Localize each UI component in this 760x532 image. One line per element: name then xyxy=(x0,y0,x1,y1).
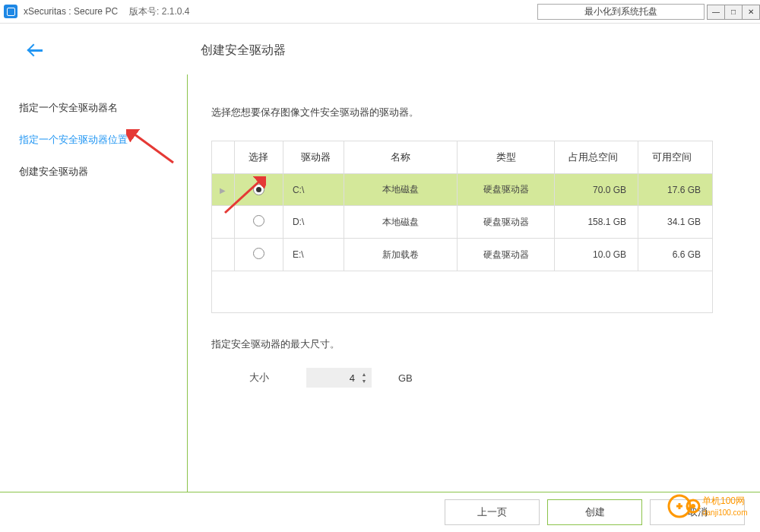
row-indicator-icon: ▶ xyxy=(220,186,226,195)
type-cell: 硬盘驱动器 xyxy=(458,206,555,239)
total-cell: 158.1 GB xyxy=(555,206,638,239)
footer: 上一页 创建 取消 xyxy=(0,492,760,532)
page-title: 创建安全驱动器 xyxy=(201,43,286,59)
name-cell: 新加载卷 xyxy=(344,239,458,271)
table-row[interactable]: ▶ C:\ 本地磁盘 硬盘驱动器 70.0 GB 17.6 GB xyxy=(212,174,713,206)
table-header-row: 选择 驱动器 名称 类型 占用总空间 可用空间 xyxy=(212,141,713,174)
col-select: 选择 xyxy=(234,141,283,174)
drive-select-radio[interactable] xyxy=(253,215,264,226)
drive-cell: D:\ xyxy=(283,206,344,239)
version-label: 版本号: 2.1.0.4 xyxy=(129,5,189,18)
drive-cell: E:\ xyxy=(283,239,344,271)
back-button[interactable] xyxy=(23,37,49,63)
drive-select-radio[interactable] xyxy=(253,184,264,195)
cancel-button[interactable]: 取消 xyxy=(650,499,745,525)
col-available: 可用空间 xyxy=(638,141,713,174)
available-cell: 6.6 GB xyxy=(638,239,713,271)
stepper-down-icon[interactable]: ▼ xyxy=(359,378,369,385)
available-cell: 17.6 GB xyxy=(638,174,713,206)
sidebar-step-create[interactable]: 创建安全驱动器 xyxy=(19,156,187,188)
total-cell: 10.0 GB xyxy=(555,239,638,271)
app-icon xyxy=(4,5,17,18)
title-bar: xSecuritas : Secure PC 版本号: 2.1.0.4 最小化到… xyxy=(0,0,760,24)
total-cell: 70.0 GB xyxy=(555,174,638,206)
back-arrow-icon xyxy=(27,41,45,59)
sidebar-step-name[interactable]: 指定一个安全驱动器名 xyxy=(19,92,187,124)
minimize-to-tray-button[interactable]: 最小化到系统托盘 xyxy=(537,4,705,20)
size-caption: 大小 xyxy=(249,371,280,385)
type-cell: 硬盘驱动器 xyxy=(458,174,555,206)
col-drive: 驱动器 xyxy=(283,141,344,174)
col-indicator xyxy=(212,141,235,174)
col-name: 名称 xyxy=(344,141,458,174)
col-type: 类型 xyxy=(458,141,555,174)
stepper-up-icon[interactable]: ▲ xyxy=(359,371,369,378)
available-cell: 34.1 GB xyxy=(638,206,713,239)
wizard-sidebar: 指定一个安全驱动器名 指定一个安全驱动器位置 创建安全驱动器 xyxy=(0,77,187,492)
size-unit: GB xyxy=(398,372,413,384)
type-cell: 硬盘驱动器 xyxy=(458,239,555,271)
drive-cell: C:\ xyxy=(283,174,344,206)
create-button[interactable]: 创建 xyxy=(547,499,642,525)
prev-button[interactable]: 上一页 xyxy=(445,499,540,525)
size-section: 指定安全驱动器的最大尺寸。 大小 4 ▲ ▼ GB xyxy=(211,337,737,388)
minimize-button[interactable]: — xyxy=(707,5,725,20)
name-cell: 本地磁盘 xyxy=(344,206,458,239)
description-text: 选择您想要保存图像文件安全驱动器的驱动器。 xyxy=(211,106,737,119)
col-total: 占用总空间 xyxy=(555,141,638,174)
sidebar-step-location[interactable]: 指定一个安全驱动器位置 xyxy=(19,124,187,156)
drive-table: 选择 驱动器 名称 类型 占用总空间 可用空间 ▶ C:\ 本地磁盘 硬盘驱动器… xyxy=(211,141,713,313)
maximize-button[interactable]: □ xyxy=(724,5,743,20)
main-panel: 选择您想要保存图像文件安全驱动器的驱动器。 选择 驱动器 名称 类型 占用总空间… xyxy=(187,77,760,492)
size-stepper[interactable]: 4 ▲ ▼ xyxy=(306,368,372,388)
name-cell: 本地磁盘 xyxy=(344,174,458,206)
size-value: 4 xyxy=(350,372,355,384)
drive-select-radio[interactable] xyxy=(253,248,264,259)
table-row[interactable]: D:\ 本地磁盘 硬盘驱动器 158.1 GB 34.1 GB xyxy=(212,206,713,239)
toolbar: 创建安全驱动器 xyxy=(0,24,760,77)
close-button[interactable]: ✕ xyxy=(742,5,760,20)
app-title: xSecuritas : Secure PC xyxy=(24,6,118,17)
table-empty-row xyxy=(212,271,713,313)
size-label: 指定安全驱动器的最大尺寸。 xyxy=(211,337,737,351)
table-row[interactable]: E:\ 新加载卷 硬盘驱动器 10.0 GB 6.6 GB xyxy=(212,239,713,271)
